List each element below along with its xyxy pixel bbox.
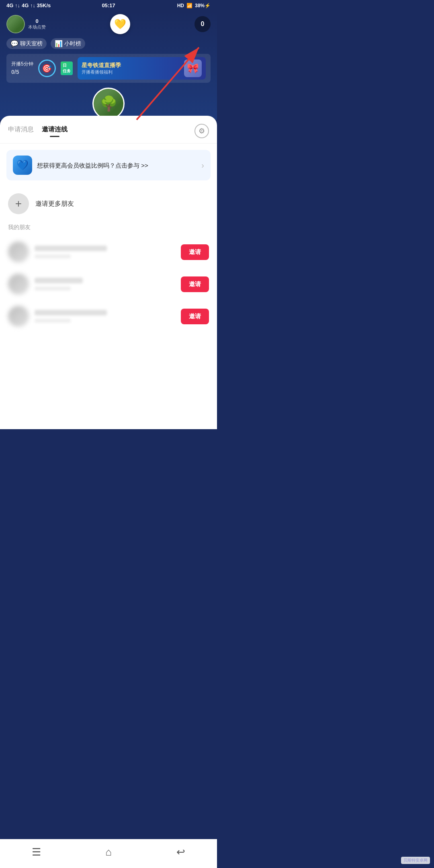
friend-item: 邀请 bbox=[0, 300, 217, 332]
promo-text: 想获得更高会员收益比例吗？点击参与 >> bbox=[37, 161, 197, 170]
promo-icon: 💙 bbox=[13, 156, 32, 175]
status-time: 05:17 bbox=[102, 2, 115, 8]
sheet-header-wrapper: 申请消息 邀请连线 ⚙ bbox=[0, 116, 217, 138]
top-row: 0 本场点赞 💛 0 bbox=[6, 14, 211, 34]
friend-name-bar-1 bbox=[35, 246, 107, 251]
friend-name-bar-2 bbox=[35, 278, 83, 283]
friend-item: 邀请 bbox=[0, 268, 217, 300]
mission-icon-wrap: 🎯 bbox=[38, 59, 56, 77]
status-left: 4G ↑↓ 4G ↑↓ 35K/s bbox=[6, 2, 51, 8]
divider-1 bbox=[0, 143, 217, 143]
mission-progress: 0/5 bbox=[11, 68, 33, 76]
star-sub: 开播看播领福利 bbox=[82, 69, 181, 75]
friend-info-1 bbox=[35, 246, 175, 258]
friend-sub-bar-1 bbox=[35, 254, 71, 258]
battery-icon: 38%⚡ bbox=[195, 3, 211, 8]
invite-button-1[interactable]: 邀请 bbox=[181, 244, 209, 260]
chat-tab-label: 聊天室榜 bbox=[20, 40, 43, 47]
tabs-row: 💬 聊天室榜 📊 小时榜 bbox=[6, 38, 211, 49]
sheet-tabs: 申请消息 邀请连线 bbox=[8, 125, 68, 137]
likes-info: 0 本场点赞 bbox=[28, 18, 46, 30]
friend-info-2 bbox=[35, 278, 175, 291]
wifi-icon: 📶 bbox=[186, 3, 192, 8]
invite-more-text: 邀请更多朋友 bbox=[35, 200, 74, 208]
hour-rank-tab[interactable]: 📊 小时榜 bbox=[51, 38, 85, 49]
friend-name-bar-3 bbox=[35, 310, 107, 315]
sheet-header: 申请消息 邀请连线 ⚙ bbox=[0, 116, 217, 138]
status-bar: 4G ↑↓ 4G ↑↓ 35K/s 05:17 HD 📶 38%⚡ bbox=[0, 0, 217, 11]
star-title: 星夸铁道直播季 bbox=[82, 62, 181, 69]
plus-button[interactable]: + bbox=[8, 193, 29, 214]
status-right: HD 📶 38%⚡ bbox=[177, 3, 211, 8]
invite-more[interactable]: + 邀请更多朋友 bbox=[0, 187, 217, 221]
chat-icon: 💬 bbox=[10, 40, 18, 47]
star-mascot: 🎀 bbox=[184, 59, 202, 77]
invite-button-3[interactable]: 邀请 bbox=[181, 309, 209, 324]
heart-button[interactable]: 💛 bbox=[110, 14, 130, 34]
rank-icon: 📊 bbox=[55, 40, 63, 47]
zero-badge: 0 bbox=[194, 16, 211, 32]
mission-circle: 🎯 bbox=[38, 59, 56, 77]
network-speed: 4G ↑↓ 35K/s bbox=[22, 2, 51, 8]
mission-banner[interactable]: 开播5分钟 0/5 🎯 日任务 星夸铁道直播季 开播看播领福利 🎀 bbox=[6, 54, 211, 83]
signal-icon: 4G ↑↓ bbox=[6, 2, 20, 8]
friend-avatar-2 bbox=[8, 274, 29, 295]
promo-card[interactable]: 💙 想获得更高会员收益比例吗？点击参与 >> › bbox=[6, 150, 211, 180]
rank-tab-label: 小时榜 bbox=[64, 40, 81, 47]
tab-invite[interactable]: 邀请连线 bbox=[42, 125, 68, 137]
streamer-avatar: 🌳 bbox=[92, 88, 125, 120]
mission-label: 开播5分钟 bbox=[11, 61, 33, 68]
mission-left: 开播5分钟 0/5 bbox=[11, 61, 33, 76]
likes-count: 0 bbox=[35, 18, 38, 24]
friend-info-3 bbox=[35, 310, 175, 323]
live-area: 0 本场点赞 💛 0 💬 聊天室榜 📊 小时榜 开播5分钟 0/5 🎯 bbox=[0, 11, 217, 120]
chat-room-tab[interactable]: 💬 聊天室榜 bbox=[6, 38, 47, 49]
friend-avatar-1 bbox=[8, 242, 29, 262]
friend-sub-bar-3 bbox=[35, 319, 71, 323]
promo-arrow-icon: › bbox=[201, 161, 204, 170]
heart-icon: 💛 bbox=[114, 18, 126, 30]
friend-item: 邀请 bbox=[0, 236, 217, 268]
tab-apply[interactable]: 申请消息 bbox=[8, 125, 34, 137]
likes-label: 本场点赞 bbox=[28, 24, 46, 30]
star-banner[interactable]: 星夸铁道直播季 开播看播领福利 🎀 bbox=[78, 57, 206, 80]
target-icon: 🎯 bbox=[42, 63, 52, 73]
settings-icon[interactable]: ⚙ bbox=[194, 124, 209, 138]
daily-badge: 日任务 bbox=[61, 61, 73, 75]
invite-button-2[interactable]: 邀请 bbox=[181, 276, 209, 292]
friend-sub-bar-2 bbox=[35, 287, 71, 291]
friend-avatar-3 bbox=[8, 306, 29, 327]
user-info: 0 本场点赞 bbox=[6, 15, 46, 33]
friends-section-label: 我的朋友 bbox=[0, 221, 217, 236]
avatar bbox=[6, 15, 25, 33]
streamer-avatar-wrap: 🌳 bbox=[6, 88, 211, 120]
hd-icon: HD bbox=[177, 3, 184, 8]
bottom-sheet: 申请消息 邀请连线 ⚙ 💙 想获得更高会员 bbox=[0, 116, 217, 429]
